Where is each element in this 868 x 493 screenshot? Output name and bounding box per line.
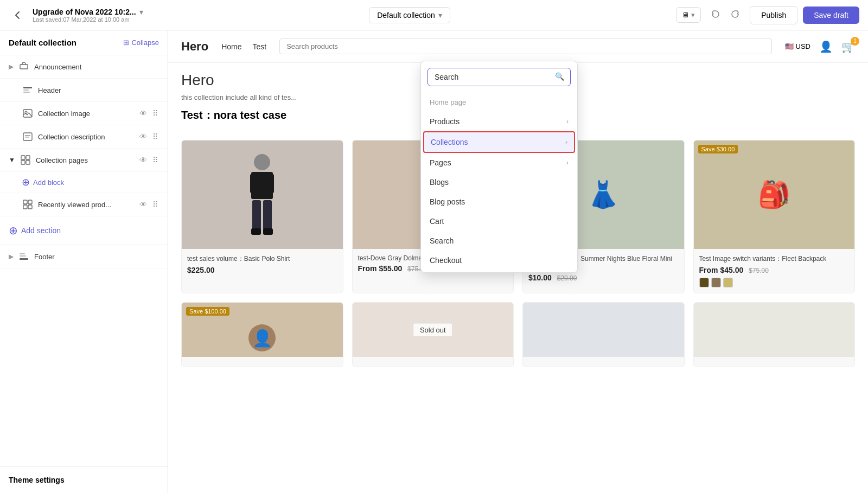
collection-description-label: Collection description — [38, 133, 134, 141]
collection-image-drag-button[interactable]: ⠿ — [151, 108, 159, 119]
redo-button[interactable] — [726, 6, 744, 24]
collection-description-drag-button[interactable]: ⠿ — [151, 131, 159, 142]
product-name-4: Test Image switch variants：Fleet Backpac… — [699, 254, 850, 264]
dropdown-item-search[interactable]: Search — [421, 231, 577, 251]
svg-rect-7 — [25, 135, 30, 136]
svg-rect-4 — [23, 110, 32, 117]
currency-selector[interactable]: 🇺🇸 USD — [785, 42, 810, 50]
dropdown-item-checkout[interactable]: Checkout — [421, 251, 577, 270]
dropdown-item-products[interactable]: Products › — [421, 112, 577, 131]
dropdown-item-blog-posts[interactable]: Blog posts — [421, 192, 577, 212]
svg-rect-1 — [23, 87, 32, 88]
svg-rect-17 — [20, 258, 28, 260]
expand-arrow-cp: ▼ — [9, 156, 15, 164]
svg-rect-27 — [263, 228, 273, 235]
collection-selector-label: Default collection — [377, 11, 435, 20]
theme-settings-label: Theme settings — [9, 476, 65, 484]
home-page-label: Home page — [430, 98, 466, 106]
product-card-5[interactable]: Save $100.00 👤 — [181, 302, 343, 367]
store-search-input[interactable] — [279, 39, 771, 54]
collection-description-visibility-button[interactable]: 👁 — [138, 131, 148, 142]
sidebar-item-announcement[interactable]: ▶ Announcement — [0, 55, 168, 79]
store-header-right: 🇺🇸 USD 👤 🛒 1 — [785, 40, 855, 53]
product-info-4: Test Image switch variants：Fleet Backpac… — [694, 249, 855, 293]
swatch-4-2[interactable] — [711, 278, 721, 287]
topbar-last-saved: Last saved:07 Mar,2022 at 10:00 am — [33, 16, 143, 23]
collection-pages-visibility-button[interactable]: 👁 — [138, 155, 148, 165]
topbar-title-arrow[interactable]: ▾ — [139, 8, 143, 16]
collections-label: Collections — [431, 138, 468, 146]
product-price-4: From $45.00 — [699, 266, 744, 274]
header-icon — [22, 84, 34, 96]
add-section-row[interactable]: ⊕ Add section — [0, 216, 168, 245]
topbar-title: Upgrade of Nova 2022 10:2... — [33, 8, 136, 16]
collection-pages-drag-button[interactable]: ⠿ — [151, 155, 159, 165]
currency-label: USD — [796, 42, 810, 50]
dropdown-search-icon: 🔍 — [555, 72, 564, 81]
pages-label: Pages — [430, 158, 451, 167]
main-layout: Default collection ⊞ Collapse ▶ Announce… — [0, 30, 868, 493]
device-selector-button[interactable]: 🖥 ▾ — [676, 7, 701, 23]
svg-rect-24 — [252, 200, 261, 230]
svg-rect-10 — [26, 156, 30, 159]
sidebar-item-recently-viewed[interactable]: Recently viewed prod... 👁 ⠿ — [0, 193, 168, 216]
product-price-row-3: $10.00 $20.00 — [528, 273, 679, 282]
svg-rect-13 — [23, 200, 27, 204]
product-card-6[interactable]: Sold out — [352, 302, 514, 367]
product-image-8 — [694, 303, 855, 357]
add-block-button[interactable]: ⊕ Add block — [0, 172, 168, 193]
sidebar-item-header[interactable]: Header — [0, 79, 168, 102]
sidebar-item-footer[interactable]: ▶ Footer — [0, 245, 168, 268]
dropdown-item-blogs[interactable]: Blogs — [421, 172, 577, 192]
product-original-price-3: $20.00 — [557, 274, 577, 282]
recently-viewed-visibility-button[interactable]: 👁 — [138, 199, 148, 210]
collection-selector-button[interactable]: Default collection ▾ — [369, 7, 450, 23]
sidebar-item-collection-pages[interactable]: ▼ Collection pages 👁 ⠿ — [0, 149, 168, 172]
sidebar-title: Default collection — [9, 38, 76, 47]
dropdown-item-cart[interactable]: Cart — [421, 212, 577, 231]
cart-button[interactable]: 🛒 1 — [841, 40, 855, 53]
user-icon[interactable]: 👤 — [819, 40, 833, 53]
swatch-4-3[interactable] — [723, 278, 733, 287]
collection-image-visibility-button[interactable]: 👁 — [138, 108, 148, 119]
header-label: Header — [38, 86, 159, 94]
dropdown-search-row: 🔍 — [421, 61, 577, 91]
product-card-4[interactable]: Save $30.00 🎒 Test Image switch variants… — [693, 140, 856, 293]
store-search-bar — [279, 39, 771, 54]
product-card-7[interactable] — [522, 302, 685, 367]
publish-button[interactable]: Publish — [750, 6, 797, 24]
collection-selector-arrow: ▾ — [438, 11, 442, 20]
store-nav: Home Test — [221, 42, 266, 51]
nav-home[interactable]: Home — [221, 42, 241, 51]
product-card-1[interactable]: test sales volume：Basic Polo Shirt $225.… — [181, 140, 343, 293]
blogs-label: Blogs — [430, 178, 449, 187]
sidebar-item-collection-description[interactable]: Collection description 👁 ⠿ — [0, 125, 168, 149]
svg-rect-18 — [20, 253, 25, 254]
recently-viewed-actions: 👁 ⠿ — [138, 199, 159, 210]
sold-out-badge-6: Sold out — [413, 323, 453, 337]
cart-badge: 1 — [851, 37, 859, 46]
product-price-1: $225.00 — [187, 266, 215, 274]
nav-test[interactable]: Test — [252, 42, 266, 51]
topbar: Upgrade of Nova 2022 10:2... ▾ Last save… — [0, 0, 868, 30]
collection-description-icon — [22, 131, 34, 143]
collection-description-actions: 👁 ⠿ — [138, 131, 159, 142]
dropdown-item-home-page[interactable]: Home page — [421, 93, 577, 112]
sidebar-collapse-button[interactable]: ⊞ Collapse — [123, 39, 159, 47]
theme-settings[interactable]: Theme settings — [0, 466, 168, 493]
dropdown-search-input[interactable] — [427, 68, 571, 86]
save-badge-4: Save $30.00 — [698, 145, 738, 153]
product-card-8[interactable] — [693, 302, 856, 367]
recently-viewed-drag-button[interactable]: ⠿ — [151, 199, 159, 210]
dropdown-item-pages[interactable]: Pages › — [421, 153, 577, 172]
svg-rect-11 — [21, 161, 25, 164]
save-draft-button[interactable]: Save draft — [803, 7, 859, 24]
blog-posts-label: Blog posts — [430, 197, 465, 206]
dropdown-item-collections[interactable]: Collections › — [423, 131, 575, 153]
svg-rect-0 — [20, 65, 28, 69]
undo-button[interactable] — [706, 6, 725, 24]
swatch-4-1[interactable] — [699, 278, 709, 287]
sidebar-item-collection-image[interactable]: Collection image 👁 ⠿ — [0, 102, 168, 125]
collections-chevron-icon: › — [565, 138, 567, 146]
back-button[interactable] — [9, 7, 26, 24]
